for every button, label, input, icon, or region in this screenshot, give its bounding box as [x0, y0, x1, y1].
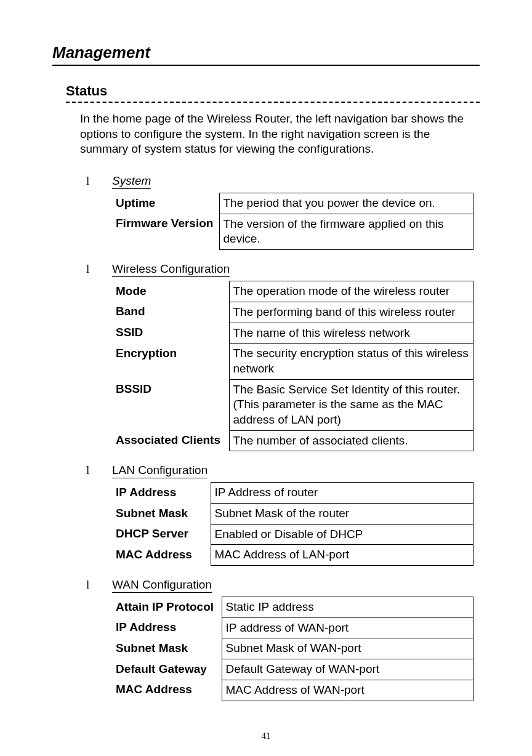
table-row: Associated ClientsThe number of associat… [112, 430, 474, 451]
row-value: The Basic Service Set Identity of this r… [229, 379, 474, 430]
section-title: WAN Configuration [112, 578, 212, 593]
section-status-title: Status [66, 83, 480, 103]
table-row: Attain IP ProtocolStatic IP address [112, 597, 474, 618]
table-row: BandThe performing band of this wireless… [112, 302, 474, 323]
bullet-icon: l [86, 464, 90, 478]
row-key: IP Address [112, 483, 211, 504]
bullet-icon: l [86, 578, 90, 593]
row-key: Subnet Mask [112, 504, 211, 525]
intro-text: In the home page of the Wireless Router,… [80, 111, 480, 157]
bullet-icon: l [86, 262, 90, 277]
row-key: Default Gateway [112, 659, 222, 680]
row-value: MAC Address of LAN-port [211, 545, 474, 566]
row-value: Subnet Mask of WAN-port [222, 638, 474, 659]
table-row: IP AddressIP Address of router [112, 483, 474, 504]
table-row: IP AddressIP address of WAN-port [112, 617, 474, 638]
table-row: SSIDThe name of this wireless network [112, 323, 474, 344]
table-row: MAC AddressMAC Address of LAN-port [112, 545, 474, 566]
table-row: DHCP ServerEnabled or Disable of DHCP [112, 524, 474, 545]
row-value: Default Gateway of WAN-port [222, 659, 474, 680]
table-row: Default GatewayDefault Gateway of WAN-po… [112, 659, 474, 680]
row-value: The performing band of this wireless rou… [229, 302, 474, 323]
row-key: Uptime [112, 193, 219, 214]
row-value: The name of this wireless network [229, 323, 474, 344]
table-row: Subnet MaskSubnet Mask of WAN-port [112, 638, 474, 659]
section-title: LAN Configuration [112, 464, 208, 478]
section-title: System [112, 174, 151, 189]
row-key: Band [112, 302, 229, 323]
row-value: MAC Address of WAN-port [222, 680, 474, 701]
row-key: DHCP Server [112, 524, 211, 545]
row-key: Firmware Version [112, 214, 219, 249]
row-key: MAC Address [112, 545, 211, 566]
row-value: The security encryption status of this w… [229, 344, 474, 379]
table-row: Subnet MaskSubnet Mask of the router [112, 504, 474, 525]
row-value: The operation mode of the wireless route… [229, 281, 474, 302]
row-value: The version of the firmware applied on t… [219, 214, 474, 249]
row-key: Attain IP Protocol [112, 597, 222, 618]
row-key: BSSID [112, 379, 229, 430]
row-value: The period that you power the device on. [219, 193, 474, 214]
row-value: Enabled or Disable of DHCP [211, 524, 474, 545]
table-row: Firmware VersionThe version of the firmw… [112, 214, 474, 249]
page-number: 41 [0, 731, 532, 741]
row-value: Static IP address [222, 597, 474, 618]
table-row: MAC AddressMAC Address of WAN-port [112, 680, 474, 701]
table-row: UptimeThe period that you power the devi… [112, 193, 474, 214]
row-key: Encryption [112, 344, 229, 379]
section-title: Wireless Configuration [112, 262, 230, 277]
bullet-icon: l [86, 174, 90, 189]
page-title: Management [52, 43, 480, 66]
table-row: ModeThe operation mode of the wireless r… [112, 281, 474, 302]
row-key: IP Address [112, 617, 222, 638]
table-row: EncryptionThe security encryption status… [112, 344, 474, 379]
table-row: BSSIDThe Basic Service Set Identity of t… [112, 379, 474, 430]
row-key: Subnet Mask [112, 638, 222, 659]
row-value: Subnet Mask of the router [211, 504, 474, 525]
row-key: MAC Address [112, 680, 222, 701]
row-key: Mode [112, 281, 229, 302]
row-value: The number of associated clients. [229, 430, 474, 451]
row-value: IP Address of router [211, 483, 474, 504]
row-key: SSID [112, 323, 229, 344]
row-key: Associated Clients [112, 430, 229, 451]
row-value: IP address of WAN-port [222, 617, 474, 638]
